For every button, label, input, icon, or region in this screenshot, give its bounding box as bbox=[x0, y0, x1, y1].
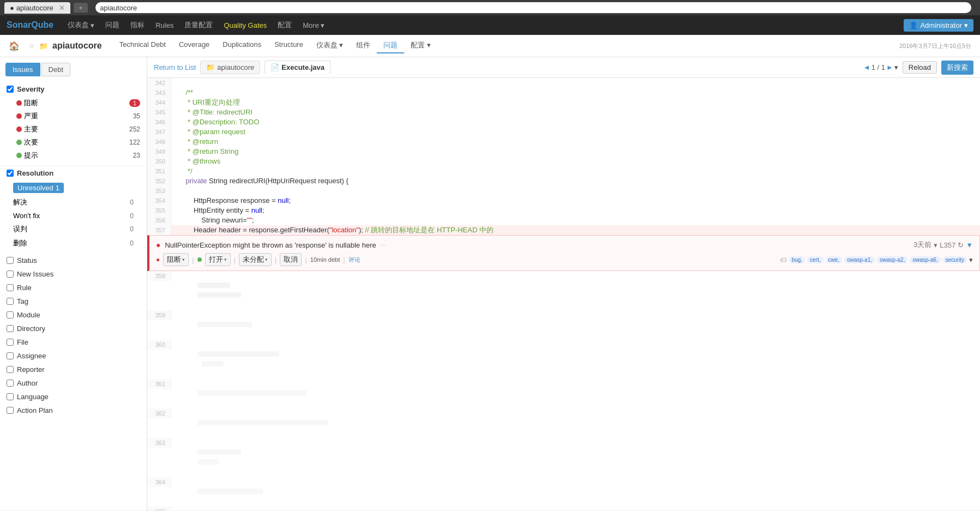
nav-item-quality-profiles[interactable]: 质量配置 bbox=[179, 15, 218, 35]
reload-button[interactable]: Reload bbox=[903, 61, 937, 74]
assign-dropdown[interactable]: 未分配 ▾ bbox=[239, 253, 272, 266]
star-icon[interactable]: ☆ bbox=[28, 42, 35, 50]
nav-coverage[interactable]: Coverage bbox=[172, 38, 216, 53]
action-plan-checkbox[interactable] bbox=[7, 407, 14, 414]
tab-debt[interactable]: Debt bbox=[41, 63, 70, 76]
nav-structure[interactable]: Structure bbox=[268, 38, 310, 53]
issue-line: L357 bbox=[940, 241, 955, 249]
res-unresolved[interactable]: Unresolved 1 bbox=[7, 181, 140, 195]
filter-icon[interactable]: ▼ bbox=[966, 241, 973, 249]
more-icon[interactable]: ··· bbox=[381, 242, 386, 248]
new-issues-checkbox[interactable] bbox=[7, 270, 14, 278]
url-bar[interactable]: apiautocore bbox=[95, 2, 971, 13]
prev-arrow[interactable]: ◄ bbox=[863, 63, 870, 71]
nav-arrows[interactable]: ◄ 1 / 1 ► ▾ bbox=[863, 63, 898, 71]
nav-duplications[interactable]: Duplications bbox=[216, 38, 268, 53]
filter-module[interactable]: Module bbox=[0, 308, 147, 322]
line-num-345: 345 bbox=[147, 107, 171, 117]
line-num-359: 359 bbox=[147, 310, 171, 320]
res-wontfix[interactable]: Won't fix 0 bbox=[7, 209, 140, 222]
author-checkbox[interactable] bbox=[7, 380, 14, 387]
filter-file[interactable]: File bbox=[0, 335, 147, 349]
comment-link[interactable]: 评论 bbox=[348, 256, 360, 264]
file-tab-project[interactable]: 📁 apiautocore bbox=[200, 61, 260, 74]
nav-item-metrics[interactable]: 指标 bbox=[125, 15, 150, 35]
cancel-button[interactable]: 取消 bbox=[280, 253, 302, 266]
filter-assignee[interactable]: Assignee bbox=[0, 349, 147, 363]
nav-item-more[interactable]: More ▾ bbox=[297, 15, 330, 35]
browser-tab-new[interactable]: + bbox=[74, 3, 88, 13]
filter-author[interactable]: Author bbox=[0, 376, 147, 390]
severity-critical[interactable]: 严重 35 bbox=[7, 110, 140, 123]
nav-item-issues[interactable]: 问题 bbox=[100, 15, 125, 35]
nav-item-dashboard[interactable]: 仪表盘 ▾ bbox=[62, 15, 100, 35]
line-num-349: 349 bbox=[147, 147, 171, 157]
code-line-357: 357 Header header = response.getFirstHea… bbox=[147, 225, 980, 235]
separator3: | bbox=[275, 256, 276, 264]
severity-filter: Severity 阻断 1 严重 35 主要 252 bbox=[0, 82, 147, 165]
resolution-header[interactable]: Resolution bbox=[7, 169, 140, 177]
filter-new-issues[interactable]: New Issues bbox=[0, 267, 147, 281]
nav-components[interactable]: 组件 bbox=[350, 38, 377, 53]
severity-minor[interactable]: 次要 122 bbox=[7, 136, 140, 149]
refresh-icon[interactable]: ↻ bbox=[958, 241, 964, 249]
nav-item-rules[interactable]: Rules bbox=[150, 15, 179, 35]
tag-checkbox[interactable] bbox=[7, 298, 14, 305]
tab-close-icon[interactable]: ✕ bbox=[59, 4, 65, 12]
tag-cwe: cwe, bbox=[826, 256, 843, 263]
reporter-checkbox[interactable] bbox=[7, 366, 14, 373]
res-removed[interactable]: 删除 0 bbox=[7, 236, 140, 250]
status-dropdown[interactable]: 打开 ▾ bbox=[205, 253, 231, 266]
return-to-list-button[interactable]: Return to List bbox=[154, 63, 196, 71]
top-nav: SonarQube 仪表盘 ▾ 问题 指标 Rules 质量配置 Quality… bbox=[0, 15, 980, 35]
filter-status[interactable]: Status bbox=[0, 254, 147, 267]
tags-dropdown[interactable]: ▾ bbox=[969, 256, 973, 264]
time-dropdown-icon[interactable]: ▾ bbox=[934, 241, 937, 249]
tag-owasp-a1: owasp-a1, bbox=[844, 256, 875, 263]
line-num-343: 343 bbox=[147, 88, 171, 98]
filter-language[interactable]: Language bbox=[0, 390, 147, 404]
nav-item-quality-gates[interactable]: Quality Gates bbox=[218, 15, 272, 35]
rule-checkbox[interactable] bbox=[7, 284, 14, 291]
issue-annotation: ● NullPointerException might be thrown a… bbox=[147, 235, 980, 271]
filter-directory[interactable]: Directory bbox=[0, 322, 147, 335]
filter-rule[interactable]: Rule bbox=[0, 281, 147, 294]
severity-major[interactable]: 主要 252 bbox=[7, 123, 140, 136]
status-checkbox[interactable] bbox=[7, 257, 14, 264]
nav-dashboard[interactable]: 仪表盘 ▾ bbox=[310, 38, 350, 53]
filter-action-plan[interactable]: Action Plan bbox=[0, 404, 147, 417]
severity-info[interactable]: 提示 23 bbox=[7, 149, 140, 162]
chevron-down-icon: ▾ bbox=[224, 257, 227, 262]
line-content-342 bbox=[171, 78, 180, 88]
directory-checkbox[interactable] bbox=[7, 325, 14, 332]
severity-blocker[interactable]: 阻断 1 bbox=[7, 97, 140, 110]
module-checkbox[interactable] bbox=[7, 311, 14, 318]
issue-message-row: ● NullPointerException might be thrown a… bbox=[156, 240, 973, 250]
res-resolved[interactable]: 解决 0 bbox=[7, 195, 140, 209]
file-checkbox[interactable] bbox=[7, 339, 14, 346]
nav-item-config[interactable]: 配置 bbox=[272, 15, 297, 35]
separator4: | bbox=[305, 256, 306, 264]
nav-issues[interactable]: 问题 bbox=[377, 38, 404, 53]
new-search-button[interactable]: 新搜索 bbox=[941, 61, 973, 75]
chevron-down-icon[interactable]: ▾ bbox=[894, 63, 898, 71]
res-false-positive[interactable]: 误判 0 bbox=[7, 222, 140, 236]
assignee-checkbox[interactable] bbox=[7, 352, 14, 359]
home-icon[interactable]: 🏠 bbox=[9, 41, 20, 51]
admin-button[interactable]: 👤 Administrator ▾ bbox=[904, 19, 973, 32]
tab-issues[interactable]: Issues bbox=[5, 63, 40, 76]
browser-tab-active[interactable]: ● apiautocore ✕ bbox=[4, 2, 70, 14]
language-checkbox[interactable] bbox=[7, 393, 14, 400]
nav-administration[interactable]: 配置 ▾ bbox=[404, 38, 437, 53]
file-tab-execute[interactable]: 📄 Execute.java bbox=[264, 61, 330, 74]
filter-reporter[interactable]: Reporter bbox=[0, 363, 147, 376]
next-arrow[interactable]: ► bbox=[886, 63, 893, 71]
severity-checkbox[interactable] bbox=[7, 86, 14, 93]
filter-tag[interactable]: Tag bbox=[0, 294, 147, 308]
tag-cert: cert, bbox=[807, 256, 823, 263]
severity-header[interactable]: Severity bbox=[7, 85, 140, 93]
severity-dropdown[interactable]: 阻断 ▾ bbox=[163, 253, 189, 266]
nav-technical-debt[interactable]: Technical Debt bbox=[113, 38, 172, 53]
resolution-checkbox[interactable] bbox=[7, 170, 14, 177]
sonarqube-logo[interactable]: SonarQube bbox=[7, 20, 53, 30]
